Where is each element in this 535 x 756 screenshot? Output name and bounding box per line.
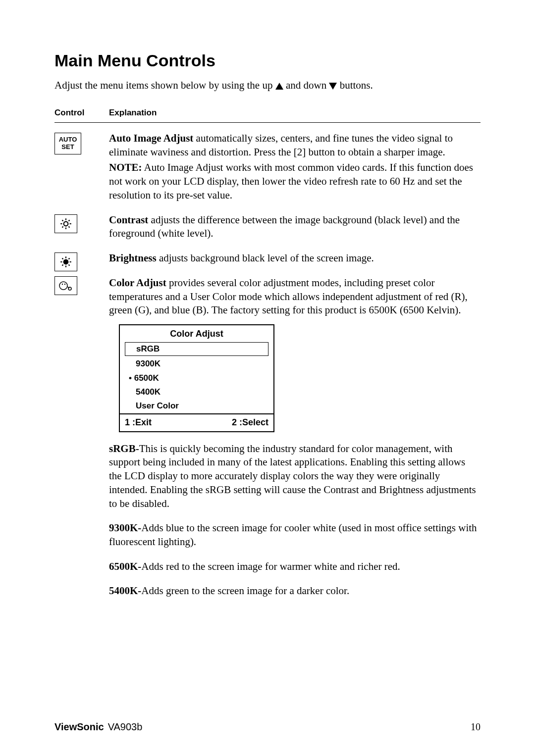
auto-image-adjust-title: Auto Image Adjust [109, 132, 193, 144]
osd-item-5400k[interactable]: 5400K [125, 385, 268, 399]
brightness-icon [54, 252, 77, 271]
table-header: Control Explanation [54, 107, 481, 123]
note-text: Auto Image Adjust works with most common… [109, 161, 473, 201]
color-adjust-icon [54, 276, 77, 295]
5400k-desc: 5400K-Adds green to the screen image for… [109, 584, 481, 598]
note-label: NOTE: [109, 161, 142, 173]
svg-point-4 [64, 284, 65, 285]
brightness-text: adjusts background black level of the sc… [157, 252, 374, 264]
column-header-explanation: Explanation [109, 107, 481, 118]
down-arrow-icon [329, 83, 337, 90]
intro-pre: Adjust the menu items shown below by usi… [54, 79, 275, 91]
auto-image-adjust-desc: Auto Image Adjust automatically sizes, c… [109, 132, 481, 159]
9300k-title: 9300K- [109, 522, 141, 534]
osd-item-9300k[interactable]: 9300K [125, 357, 268, 371]
row-contrast: Contrast adjusts the difference between … [54, 213, 481, 241]
contrast-title: Contrast [109, 214, 148, 226]
intro-text: Adjust the menu items shown below by usi… [54, 79, 481, 93]
6500k-desc: 6500K-Adds red to the screen image for w… [109, 560, 481, 574]
column-header-control: Control [54, 107, 109, 118]
5400k-title: 5400K- [109, 585, 141, 597]
svg-point-3 [62, 284, 63, 285]
osd-color-adjust-menu: Color Adjust sRGB 9300K 6500K 5400K User… [119, 324, 274, 432]
svg-point-1 [64, 260, 68, 264]
contrast-icon [54, 214, 77, 233]
osd-menu-title: Color Adjust [120, 325, 273, 342]
srgb-desc: sRGB-This is quickly becoming the indust… [109, 442, 481, 511]
svg-point-0 [64, 221, 68, 226]
intro-mid: and down [283, 79, 329, 91]
9300k-text: Adds blue to the screen image for cooler… [109, 522, 477, 548]
6500k-title: 6500K- [109, 560, 141, 572]
footer-model: VA903b [108, 721, 143, 732]
color-adjust-title: Color Adjust [109, 277, 166, 289]
osd-item-6500k[interactable]: 6500K [125, 371, 268, 385]
intro-post: buttons. [337, 79, 373, 91]
row-auto-image-adjust: AUTO SET Auto Image Adjust automatically… [54, 132, 481, 202]
osd-item-user-color[interactable]: User Color [125, 399, 268, 413]
contrast-desc: Contrast adjusts the difference between … [109, 213, 481, 241]
osd-select-label[interactable]: 2 :Select [232, 417, 268, 429]
up-arrow-icon [275, 83, 283, 90]
osd-menu-footer: 1 :Exit 2 :Select [120, 413, 273, 431]
page-title: Main Menu Controls [54, 50, 481, 72]
auto-image-adjust-note: NOTE: Auto Image Adjust works with most … [109, 161, 481, 202]
page-footer: ViewSonicVA903b 10 [54, 720, 481, 733]
page-number: 10 [471, 720, 481, 733]
osd-menu-list: sRGB 9300K 6500K 5400K User Color [120, 342, 273, 413]
6500k-text: Adds red to the screen image for warmer … [141, 560, 400, 572]
brightness-desc: Brightness adjusts background black leve… [109, 252, 481, 265]
brightness-title: Brightness [109, 252, 157, 264]
svg-point-2 [59, 282, 67, 290]
contrast-text: adjusts the difference between the image… [109, 214, 460, 240]
osd-item-srgb[interactable]: sRGB [125, 342, 268, 356]
srgb-text: This is quickly becoming the industry st… [109, 443, 476, 509]
srgb-title: sRGB- [109, 443, 139, 454]
color-adjust-desc: Color Adjust provides several color adju… [109, 276, 481, 317]
9300k-desc: 9300K-Adds blue to the screen image for … [109, 521, 481, 549]
auto-set-icon: AUTO SET [54, 133, 81, 154]
osd-exit-label[interactable]: 1 :Exit [125, 417, 152, 429]
footer-brand: ViewSonic [54, 721, 104, 732]
5400k-text: Adds green to the screen image for a dar… [141, 585, 349, 597]
row-brightness-color: Brightness adjusts background black leve… [54, 252, 481, 609]
